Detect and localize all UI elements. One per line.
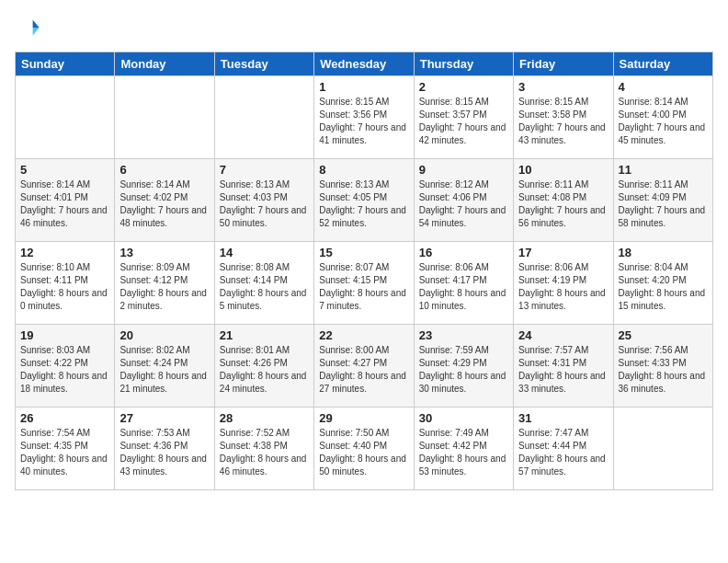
calendar-cell: 6Sunrise: 8:14 AM Sunset: 4:02 PM Daylig… — [115, 159, 214, 242]
day-number: 25 — [619, 328, 708, 342]
day-number: 20 — [119, 328, 209, 342]
calendar-body: 1Sunrise: 8:15 AM Sunset: 3:56 PM Daylig… — [16, 76, 713, 490]
day-info: Sunrise: 8:14 AM Sunset: 4:00 PM Dayligh… — [619, 96, 708, 147]
calendar-cell: 23Sunrise: 7:59 AM Sunset: 4:29 PM Dayli… — [414, 325, 513, 408]
calendar-cell: 17Sunrise: 8:06 AM Sunset: 4:19 PM Dayli… — [514, 242, 613, 325]
day-info: Sunrise: 8:15 AM Sunset: 3:56 PM Dayligh… — [319, 96, 408, 147]
calendar-cell: 22Sunrise: 8:00 AM Sunset: 4:27 PM Dayli… — [314, 325, 414, 408]
calendar-cell: 11Sunrise: 8:11 AM Sunset: 4:09 PM Dayli… — [613, 159, 712, 242]
day-number: 22 — [319, 328, 408, 342]
calendar-cell: 30Sunrise: 7:49 AM Sunset: 4:42 PM Dayli… — [414, 408, 513, 490]
day-number: 26 — [20, 411, 109, 425]
day-header-saturday: Saturday — [613, 52, 712, 76]
day-info: Sunrise: 7:52 AM Sunset: 4:38 PM Dayligh… — [220, 427, 309, 478]
calendar-cell: 7Sunrise: 8:13 AM Sunset: 4:03 PM Daylig… — [214, 159, 313, 242]
day-info: Sunrise: 8:14 AM Sunset: 4:01 PM Dayligh… — [20, 178, 109, 230]
day-info: Sunrise: 7:54 AM Sunset: 4:35 PM Dayligh… — [20, 427, 109, 478]
day-info: Sunrise: 8:00 AM Sunset: 4:27 PM Dayligh… — [319, 344, 408, 396]
calendar-cell: 16Sunrise: 8:06 AM Sunset: 4:17 PM Dayli… — [414, 242, 513, 325]
day-info: Sunrise: 8:15 AM Sunset: 3:58 PM Dayligh… — [518, 96, 608, 147]
calendar-cell — [115, 76, 214, 159]
day-number: 6 — [119, 163, 209, 177]
calendar-cell: 20Sunrise: 8:02 AM Sunset: 4:24 PM Dayli… — [115, 325, 214, 408]
day-header-thursday: Thursday — [414, 52, 513, 76]
day-info: Sunrise: 8:03 AM Sunset: 4:22 PM Dayligh… — [20, 344, 109, 396]
calendar-cell: 15Sunrise: 8:07 AM Sunset: 4:15 PM Dayli… — [314, 242, 414, 325]
day-info: Sunrise: 8:10 AM Sunset: 4:11 PM Dayligh… — [20, 261, 109, 313]
day-number: 9 — [419, 163, 508, 177]
svg-marker-0 — [33, 20, 40, 28]
day-info: Sunrise: 8:06 AM Sunset: 4:19 PM Dayligh… — [518, 261, 608, 313]
day-info: Sunrise: 8:04 AM Sunset: 4:20 PM Dayligh… — [619, 261, 708, 313]
day-info: Sunrise: 8:07 AM Sunset: 4:15 PM Dayligh… — [319, 261, 408, 313]
day-number: 13 — [119, 246, 209, 259]
calendar-cell: 5Sunrise: 8:14 AM Sunset: 4:01 PM Daylig… — [16, 159, 115, 242]
calendar-table: SundayMondayTuesdayWednesdayThursdayFrid… — [15, 52, 713, 490]
week-row-5: 26Sunrise: 7:54 AM Sunset: 4:35 PM Dayli… — [16, 408, 713, 490]
day-info: Sunrise: 8:01 AM Sunset: 4:26 PM Dayligh… — [220, 344, 309, 396]
day-number: 17 — [518, 246, 608, 259]
day-info: Sunrise: 7:49 AM Sunset: 4:42 PM Dayligh… — [419, 427, 508, 478]
calendar-cell — [613, 408, 712, 490]
week-row-1: 1Sunrise: 8:15 AM Sunset: 3:56 PM Daylig… — [16, 76, 713, 159]
calendar-cell: 25Sunrise: 7:56 AM Sunset: 4:33 PM Dayli… — [613, 325, 712, 408]
calendar-cell: 18Sunrise: 8:04 AM Sunset: 4:20 PM Dayli… — [613, 242, 712, 325]
calendar-cell: 3Sunrise: 8:15 AM Sunset: 3:58 PM Daylig… — [514, 76, 613, 159]
day-number: 2 — [419, 80, 508, 94]
calendar-cell: 2Sunrise: 8:15 AM Sunset: 3:57 PM Daylig… — [414, 76, 513, 159]
week-row-4: 19Sunrise: 8:03 AM Sunset: 4:22 PM Dayli… — [16, 325, 713, 408]
day-number: 21 — [220, 328, 309, 342]
day-info: Sunrise: 8:08 AM Sunset: 4:14 PM Dayligh… — [220, 261, 309, 313]
day-info: Sunrise: 8:14 AM Sunset: 4:02 PM Dayligh… — [119, 178, 209, 230]
day-header-monday: Monday — [115, 52, 214, 76]
calendar-cell: 24Sunrise: 7:57 AM Sunset: 4:31 PM Dayli… — [514, 325, 613, 408]
day-number: 3 — [518, 80, 608, 94]
calendar-cell: 26Sunrise: 7:54 AM Sunset: 4:35 PM Dayli… — [16, 408, 115, 490]
day-number: 28 — [220, 411, 309, 425]
calendar-cell: 31Sunrise: 7:47 AM Sunset: 4:44 PM Dayli… — [514, 408, 613, 490]
calendar-header-row: SundayMondayTuesdayWednesdayThursdayFrid… — [16, 52, 713, 76]
day-header-friday: Friday — [514, 52, 613, 76]
day-number: 24 — [518, 328, 608, 342]
day-info: Sunrise: 7:56 AM Sunset: 4:33 PM Dayligh… — [619, 344, 708, 396]
week-row-2: 5Sunrise: 8:14 AM Sunset: 4:01 PM Daylig… — [16, 159, 713, 242]
day-number: 7 — [220, 163, 309, 177]
day-info: Sunrise: 7:50 AM Sunset: 4:40 PM Dayligh… — [319, 427, 408, 478]
day-number: 27 — [119, 411, 209, 425]
day-number: 12 — [20, 246, 109, 259]
calendar-cell: 19Sunrise: 8:03 AM Sunset: 4:22 PM Dayli… — [16, 325, 115, 408]
day-info: Sunrise: 8:11 AM Sunset: 4:08 PM Dayligh… — [518, 178, 608, 230]
day-info: Sunrise: 7:57 AM Sunset: 4:31 PM Dayligh… — [518, 344, 608, 396]
day-info: Sunrise: 7:59 AM Sunset: 4:29 PM Dayligh… — [419, 344, 508, 396]
day-number: 4 — [619, 80, 708, 94]
day-info: Sunrise: 8:13 AM Sunset: 4:05 PM Dayligh… — [319, 178, 408, 230]
day-header-sunday: Sunday — [16, 52, 115, 76]
day-number: 30 — [419, 411, 508, 425]
calendar-cell: 4Sunrise: 8:14 AM Sunset: 4:00 PM Daylig… — [613, 76, 712, 159]
day-number: 18 — [619, 246, 708, 259]
day-info: Sunrise: 8:06 AM Sunset: 4:17 PM Dayligh… — [419, 261, 508, 313]
day-number: 5 — [20, 163, 109, 177]
day-info: Sunrise: 7:53 AM Sunset: 4:36 PM Dayligh… — [119, 427, 209, 478]
day-number: 29 — [319, 411, 408, 425]
page-header — [15, 15, 713, 40]
calendar-cell: 28Sunrise: 7:52 AM Sunset: 4:38 PM Dayli… — [214, 408, 313, 490]
svg-marker-1 — [33, 28, 40, 35]
day-number: 19 — [20, 328, 109, 342]
calendar-cell: 13Sunrise: 8:09 AM Sunset: 4:12 PM Dayli… — [115, 242, 214, 325]
day-number: 11 — [619, 163, 708, 177]
calendar-cell: 27Sunrise: 7:53 AM Sunset: 4:36 PM Dayli… — [115, 408, 214, 490]
day-number: 14 — [220, 246, 309, 259]
day-number: 16 — [419, 246, 508, 259]
calendar-cell: 8Sunrise: 8:13 AM Sunset: 4:05 PM Daylig… — [314, 159, 414, 242]
calendar-cell: 10Sunrise: 8:11 AM Sunset: 4:08 PM Dayli… — [514, 159, 613, 242]
day-info: Sunrise: 8:02 AM Sunset: 4:24 PM Dayligh… — [119, 344, 209, 396]
logo — [15, 15, 44, 40]
calendar-cell — [16, 76, 115, 159]
day-info: Sunrise: 8:13 AM Sunset: 4:03 PM Dayligh… — [220, 178, 309, 230]
logo-icon — [15, 15, 40, 40]
calendar-cell: 12Sunrise: 8:10 AM Sunset: 4:11 PM Dayli… — [16, 242, 115, 325]
day-number: 23 — [419, 328, 508, 342]
day-number: 1 — [319, 80, 408, 94]
day-info: Sunrise: 7:47 AM Sunset: 4:44 PM Dayligh… — [518, 427, 608, 478]
